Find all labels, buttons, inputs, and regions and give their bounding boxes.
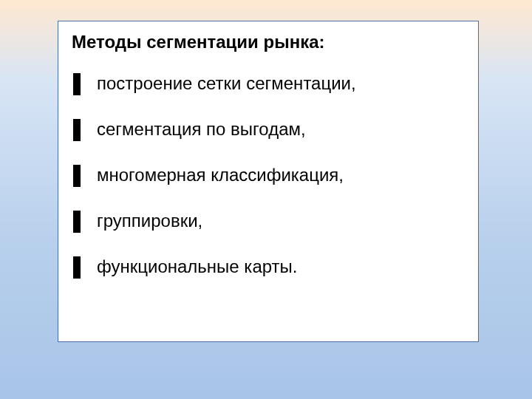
list-item: построение сетки сегментации, <box>72 73 465 95</box>
list-item-text: многомерная классификация, <box>97 165 344 186</box>
list-item-text: сегментация по выгодам, <box>97 119 306 140</box>
list-item: функциональные карты. <box>72 256 465 279</box>
bullet-icon <box>73 211 81 233</box>
slide-title: Методы сегментации рынка: <box>72 32 465 52</box>
list-item: группировки, <box>72 211 465 233</box>
list-item: сегментация по выгодам, <box>72 119 465 141</box>
list-item-text: функциональные карты. <box>97 256 297 278</box>
bullet-icon <box>73 73 81 95</box>
bullet-icon <box>73 256 81 279</box>
list-item: многомерная классификация, <box>72 165 465 187</box>
list-item-text: группировки, <box>97 211 202 232</box>
bullet-icon <box>73 119 81 141</box>
content-box: Методы сегментации рынка: построение сет… <box>58 21 479 342</box>
bullet-icon <box>73 165 81 187</box>
list-item-text: построение сетки сегментации, <box>97 73 356 95</box>
methods-list: построение сетки сегментации, сегментаци… <box>72 73 465 279</box>
